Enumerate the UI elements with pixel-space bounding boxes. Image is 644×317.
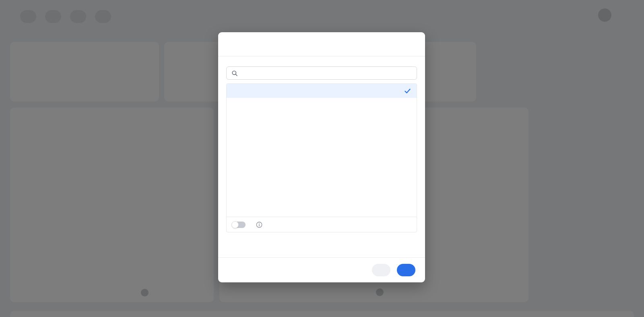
apply-button[interactable] [397,264,415,276]
modal-footer [218,257,425,282]
info-icon[interactable] [256,222,262,228]
option-nzd[interactable] [227,112,417,126]
list-spacer [227,126,417,217]
check-icon [405,89,411,93]
search-icon [231,70,238,77]
currency-filter-modal [218,32,425,282]
show-unfiltered-toggle[interactable] [232,222,246,228]
list-footer [227,217,417,232]
toggle-knob [231,221,239,228]
currency-option-list [226,83,417,232]
cancel-button[interactable] [372,264,390,276]
search-box [226,66,417,80]
modal-title [218,32,425,56]
search-input[interactable] [242,70,412,77]
option-aud[interactable] [227,84,417,98]
option-null[interactable] [227,98,417,112]
